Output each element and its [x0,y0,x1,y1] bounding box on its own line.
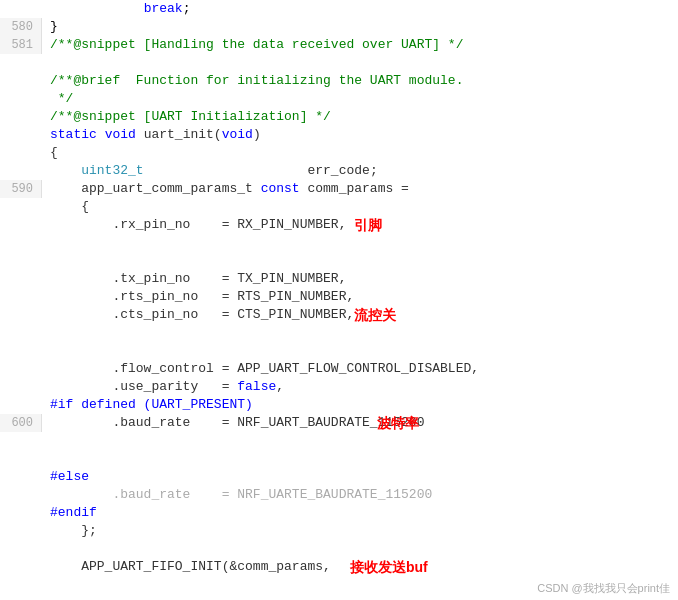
line-content: /**@snippet [UART Initialization] */ [42,108,678,126]
line-number: 580 [0,18,42,36]
line-content: { [42,198,678,216]
line-content: }; [42,522,678,540]
code-line: .cts_pin_no = CTS_PIN_NUMBER, 流控关 [0,306,678,360]
line-content: uint32_t err_code; [42,162,678,180]
line-content: /**@brief Function for initializing the … [42,72,678,90]
code-line: 600 .baud_rate = NRF_UART_BAUDRATE_11520… [0,414,678,468]
code-line: 581 /**@snippet [Handling the data recei… [0,36,678,54]
code-line: /**@brief Function for initializing the … [0,72,678,90]
code-line: /**@snippet [UART Initialization] */ [0,108,678,126]
code-line: #else [0,468,678,486]
code-line: .tx_pin_no = TX_PIN_NUMBER, [0,270,678,288]
code-line: uint32_t err_code; [0,162,678,180]
code-line: { [0,144,678,162]
code-editor: break; 580 } 581 /**@snippet [Handling t… [0,0,678,600]
code-line [0,540,678,558]
code-line: 580 } [0,18,678,36]
annotation-流控关: 流控关 [354,306,396,324]
line-content: static void uart_init(void) [42,126,678,144]
line-content: .rts_pin_no = RTS_PIN_NUMBER, [42,288,678,306]
code-line: break; [0,0,678,18]
watermark: CSDN @我找我只会print佳 [537,581,670,596]
line-content: .cts_pin_no = CTS_PIN_NUMBER, 流控关 [42,306,678,360]
code-line [0,54,678,72]
annotation-引脚: 引脚 [354,216,382,234]
code-line: 590 app_uart_comm_params_t const comm_pa… [0,180,678,198]
annotation-接收发送buf: 接收发送buf [350,558,428,576]
line-content: /**@snippet [Handling the data received … [42,36,678,54]
code-line: .use_parity = false, [0,378,678,396]
line-content: .tx_pin_no = TX_PIN_NUMBER, [42,270,678,288]
code-line: .flow_control = APP_UART_FLOW_CONTROL_DI… [0,360,678,378]
code-line: { [0,198,678,216]
line-number: 590 [0,180,42,198]
line-content: .baud_rate = NRF_UARTE_BAUDRATE_115200 [42,486,678,504]
line-content: .rx_pin_no = RX_PIN_NUMBER, 引脚 [42,216,678,270]
code-line: static void uart_init(void) [0,126,678,144]
code-line: .rts_pin_no = RTS_PIN_NUMBER, [0,288,678,306]
line-number: 581 [0,36,42,54]
line-content: */ [42,90,678,108]
code-line: #endif [0,504,678,522]
code-line: .rx_pin_no = RX_PIN_NUMBER, 引脚 [0,216,678,270]
line-content: .baud_rate = NRF_UART_BAUDRATE_115200 波特… [42,414,678,468]
line-content: } [42,18,678,36]
line-number: 600 [0,414,42,432]
code-line: }; [0,522,678,540]
line-content: app_uart_comm_params_t const comm_params… [42,180,678,198]
line-content [42,540,678,558]
code-line: #if defined (UART_PRESENT) [0,396,678,414]
line-content: .flow_control = APP_UART_FLOW_CONTROL_DI… [42,360,678,378]
line-content [42,54,678,72]
line-content: .use_parity = false, [42,378,678,396]
line-content: break; [42,0,678,18]
code-line: .baud_rate = NRF_UARTE_BAUDRATE_115200 [0,486,678,504]
line-content: #else [42,468,678,486]
line-content: #if defined (UART_PRESENT) [42,396,678,414]
code-line: */ [0,90,678,108]
annotation-波特率: 波特率 [377,414,419,432]
line-content: { [42,144,678,162]
line-content: #endif [42,504,678,522]
